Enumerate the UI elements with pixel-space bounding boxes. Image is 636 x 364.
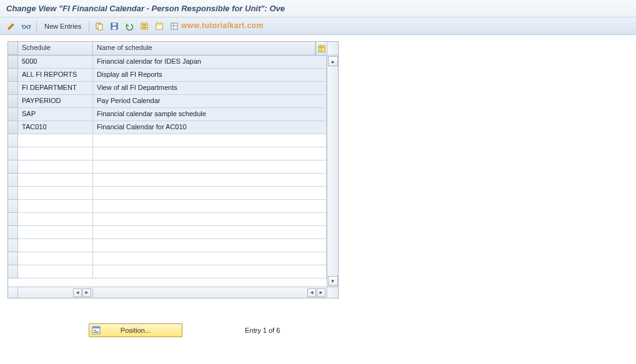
cell-schedule[interactable]: FI DEPARTMENT xyxy=(18,82,93,95)
svg-rect-9 xyxy=(142,27,146,28)
cell-schedule[interactable]: ALL FI REPORTS xyxy=(18,69,93,82)
cell-name[interactable] xyxy=(93,226,327,239)
cell-name[interactable] xyxy=(93,265,327,278)
other-view-button[interactable] xyxy=(20,20,32,32)
row-selector-header[interactable] xyxy=(8,42,18,55)
cell-schedule[interactable]: SAP xyxy=(18,108,93,121)
cell-schedule[interactable] xyxy=(18,134,93,147)
cell-schedule[interactable] xyxy=(18,147,93,160)
row-selector[interactable] xyxy=(8,200,18,213)
row-selector[interactable] xyxy=(8,95,18,108)
cell-name[interactable]: Financial calendar for IDES Japan xyxy=(93,56,327,69)
select-all-button[interactable] xyxy=(138,20,151,32)
cell-schedule[interactable] xyxy=(18,226,93,239)
scroll-right-button[interactable]: ► xyxy=(317,288,325,297)
row-selector[interactable] xyxy=(8,160,18,174)
row-selector[interactable] xyxy=(8,187,18,200)
cell-name[interactable] xyxy=(93,174,327,187)
cell-name[interactable]: Pay Period Calendar xyxy=(93,95,327,108)
table-row[interactable]: TAC010Financial Calendar for AC010 xyxy=(8,121,327,134)
cell-name[interactable] xyxy=(93,252,327,265)
svg-rect-6 xyxy=(112,27,116,29)
row-selector[interactable] xyxy=(8,226,18,239)
cell-schedule[interactable] xyxy=(18,187,93,200)
row-selector[interactable] xyxy=(8,252,18,265)
watermark: www.tutorialkart.com xyxy=(181,21,264,30)
table-row[interactable] xyxy=(8,134,327,147)
row-selector[interactable] xyxy=(8,82,18,95)
cell-name[interactable] xyxy=(93,200,327,213)
table-row[interactable] xyxy=(8,187,327,200)
row-selector[interactable] xyxy=(8,239,18,252)
table-row[interactable] xyxy=(8,174,327,187)
configure-columns-icon xyxy=(318,45,325,52)
scroll-up-button[interactable]: ▲ xyxy=(328,56,338,66)
delete-button[interactable] xyxy=(108,20,121,32)
svg-point-0 xyxy=(22,25,26,28)
cell-name[interactable] xyxy=(93,134,327,147)
position-button[interactable]: Position... xyxy=(89,323,182,337)
cell-schedule[interactable] xyxy=(18,239,93,252)
cell-name[interactable]: Display all FI Reports xyxy=(93,69,327,82)
configure-columns-button[interactable] xyxy=(316,42,327,55)
table-row[interactable]: PAYPERIODPay Period Calendar xyxy=(8,95,327,108)
table-row[interactable]: SAPFinancial calendar sample schedule xyxy=(8,108,327,121)
table-row[interactable] xyxy=(8,265,327,278)
table-row[interactable] xyxy=(8,213,327,226)
row-selector[interactable] xyxy=(8,174,18,187)
table-row[interactable] xyxy=(8,147,327,160)
row-selector[interactable] xyxy=(8,69,18,82)
row-selector[interactable] xyxy=(8,265,18,278)
table-body: 5000Financial calendar for IDES JapanALL… xyxy=(8,56,327,287)
svg-rect-21 xyxy=(94,332,99,333)
vertical-scrollbar: ▲ ▼ xyxy=(327,42,338,298)
cell-name[interactable] xyxy=(93,147,327,160)
table-row[interactable]: FI DEPARTMENTView of all FI Departments xyxy=(8,82,327,95)
table-row[interactable] xyxy=(8,160,327,174)
application-toolbar: New Entries xyxy=(0,17,636,35)
column-header-schedule[interactable]: Schedule xyxy=(18,42,93,55)
cell-schedule[interactable] xyxy=(18,200,93,213)
row-selector[interactable] xyxy=(8,134,18,147)
select-block-button[interactable] xyxy=(153,20,166,32)
cell-schedule[interactable]: 5000 xyxy=(18,56,93,69)
scroll-left-button[interactable]: ◄ xyxy=(73,288,82,297)
cell-schedule[interactable] xyxy=(18,174,93,187)
cell-name[interactable] xyxy=(93,239,327,252)
cell-name[interactable]: Financial Calendar for AC010 xyxy=(93,121,327,134)
cell-schedule[interactable] xyxy=(18,160,93,174)
scroll-left-button[interactable]: ◄ xyxy=(307,288,316,297)
table-row[interactable] xyxy=(8,252,327,265)
scroll-down-button[interactable]: ▼ xyxy=(328,276,338,286)
table-row[interactable] xyxy=(8,239,327,252)
table-row[interactable]: ALL FI REPORTSDisplay all FI Reports xyxy=(8,69,327,82)
table-row[interactable] xyxy=(8,226,327,239)
svg-rect-7 xyxy=(141,23,147,29)
cell-schedule[interactable]: PAYPERIOD xyxy=(18,95,93,108)
cell-schedule[interactable] xyxy=(18,213,93,226)
new-entries-button[interactable]: New Entries xyxy=(41,22,85,30)
row-selector[interactable] xyxy=(8,213,18,226)
row-selector[interactable] xyxy=(8,121,18,134)
deselect-all-button[interactable] xyxy=(168,20,181,32)
table-row[interactable]: 5000Financial calendar for IDES Japan xyxy=(8,56,327,69)
change-display-toggle[interactable] xyxy=(5,20,17,32)
entry-count-text: Entry 1 of 6 xyxy=(245,327,280,334)
cell-name[interactable] xyxy=(93,160,327,174)
cell-name[interactable]: View of all FI Departments xyxy=(93,82,327,95)
cell-schedule[interactable]: TAC010 xyxy=(18,121,93,134)
undo-icon xyxy=(125,22,134,31)
cell-schedule[interactable] xyxy=(18,265,93,278)
copy-as-button[interactable] xyxy=(93,20,106,32)
row-selector[interactable] xyxy=(8,147,18,160)
cell-name[interactable] xyxy=(93,213,327,226)
cell-name[interactable] xyxy=(93,187,327,200)
row-selector[interactable] xyxy=(8,56,18,69)
cell-name[interactable]: Financial calendar sample schedule xyxy=(93,108,327,121)
cell-schedule[interactable] xyxy=(18,252,93,265)
column-header-name[interactable]: Name of schedule xyxy=(93,42,316,55)
undo-change-button[interactable] xyxy=(123,20,136,32)
row-selector[interactable] xyxy=(8,108,18,121)
table-row[interactable] xyxy=(8,200,327,213)
scroll-right-button[interactable]: ► xyxy=(82,288,91,297)
